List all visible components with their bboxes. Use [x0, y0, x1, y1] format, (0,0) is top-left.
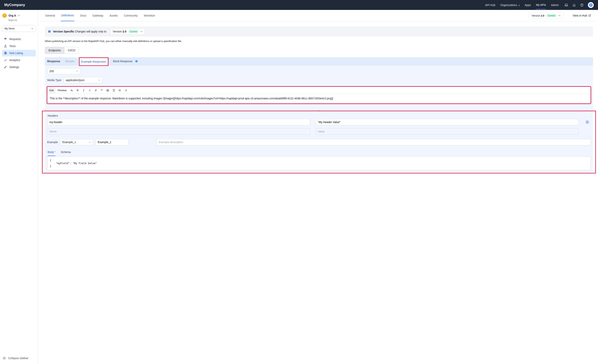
example-select[interactable]: Example_1: [60, 139, 93, 145]
editor-edit-button[interactable]: Edit: [47, 87, 56, 93]
sidebar-label: Tests: [9, 44, 16, 48]
status-code-select[interactable]: 200: [47, 68, 80, 74]
org-icon: ⦀: [2, 13, 7, 18]
body-tabs: Body* Schema: [45, 147, 593, 156]
rtab-response[interactable]: Response: [47, 57, 60, 65]
view-in-hub[interactable]: View in Hub: [573, 14, 591, 17]
chevron-down-icon: [76, 70, 78, 72]
editor-preview-button[interactable]: Preview: [56, 87, 68, 93]
drag-handle[interactable]: ...: [45, 107, 593, 111]
rtab-mock[interactable]: Mock Response: [113, 57, 133, 65]
sidebar-label: Analytics: [9, 58, 20, 62]
nav-organizations[interactable]: Organizations ▾: [500, 3, 520, 7]
header-name-input[interactable]: [47, 119, 310, 125]
collapse-sidebar[interactable]: Collapse sidebar: [2, 355, 36, 361]
link-icon[interactable]: [93, 87, 99, 93]
chevron-down-icon: [98, 79, 100, 81]
version-selector[interactable]: Version 2.0 Current: [529, 12, 563, 19]
bell-icon[interactable]: [572, 3, 576, 7]
sidebar-label: Requests: [9, 38, 21, 41]
tab-docs[interactable]: Docs: [80, 10, 87, 21]
tab-definitions[interactable]: Definitions: [61, 10, 74, 21]
tests-icon: [4, 44, 7, 48]
tab-community[interactable]: Community: [124, 10, 138, 21]
svg-point-14: [119, 90, 119, 90]
help-text: When publishing an API version to the Ra…: [45, 40, 593, 42]
bold-icon[interactable]: [75, 87, 81, 93]
svg-point-15: [119, 91, 119, 91]
text-size-icon[interactable]: [69, 87, 75, 93]
svg-rect-9: [136, 61, 137, 62]
svg-rect-10: [136, 61, 137, 61]
tab-gateway[interactable]: Gateway: [92, 10, 104, 21]
org-selector[interactable]: ⦀ Org A: [2, 13, 36, 18]
example-description-input[interactable]: [157, 139, 591, 145]
sidebar-item-hub-listing[interactable]: Hub Listing: [2, 50, 36, 56]
header-value-placeholder[interactable]: [316, 128, 579, 135]
view-hub-label: View in Hub: [573, 14, 587, 17]
nav-apps[interactable]: Apps: [525, 3, 531, 7]
header-name-placeholder[interactable]: [47, 128, 310, 135]
editor-textarea[interactable]: This is the **description** of the examp…: [47, 94, 590, 103]
brand-logo: MyCompany: [4, 3, 25, 7]
svg-point-2: [5, 39, 6, 40]
info-icon[interactable]: [135, 60, 138, 63]
sidebar-item-analytics[interactable]: Analytics: [2, 57, 36, 63]
media-type-select[interactable]: application/json: [64, 77, 102, 83]
number-list-icon[interactable]: [123, 87, 129, 93]
example-name-input[interactable]: [95, 139, 128, 145]
nav-my-apis[interactable]: My APIs: [536, 3, 546, 9]
chevron-down-icon: ▾: [519, 4, 520, 6]
tab-general[interactable]: General: [45, 10, 55, 21]
store-label: My Store: [4, 27, 15, 30]
example-select-value: Example_1: [62, 141, 76, 144]
subtab-cicd[interactable]: CI/CD: [64, 47, 79, 54]
file-icon[interactable]: [111, 87, 117, 93]
bullet-list-icon[interactable]: [117, 87, 123, 93]
remove-header-icon[interactable]: [586, 120, 589, 124]
header-value-input[interactable]: [316, 119, 579, 125]
tab-assets[interactable]: Assets: [109, 10, 118, 21]
help-icon[interactable]: [580, 3, 584, 7]
body-code-editor[interactable]: { "myField": "My Field Value" }: [47, 156, 591, 170]
org-name: Org A: [8, 14, 16, 17]
notice-title: Version Specific: [53, 30, 74, 33]
sidebar-item-tests[interactable]: Tests: [2, 43, 36, 50]
notice-version-pill[interactable]: Version 2.0 Current: [111, 29, 145, 34]
pencil-icon: [4, 66, 7, 69]
info-icon: [48, 30, 51, 33]
sidebar-item-requests[interactable]: Requests: [2, 36, 36, 42]
nav-admin[interactable]: Admin: [551, 3, 559, 7]
user-avatar[interactable]: R: [588, 2, 594, 8]
top-nav: MyCompany API Hub Organizations ▾ Apps M…: [0, 0, 598, 10]
external-link-icon: [588, 14, 591, 17]
nav-api-hub[interactable]: API Hub: [485, 3, 495, 7]
example-label: Example: [47, 141, 58, 144]
response-panel: Response Results Example Responses Mock …: [45, 57, 593, 173]
requests-icon: [4, 38, 7, 41]
sidebar-label: Hub Listing: [9, 51, 23, 55]
notice-msg: Changes will apply only to: [74, 30, 106, 33]
rtab-example-responses[interactable]: Example Responses: [80, 58, 108, 65]
analytics-icon: [4, 58, 7, 62]
image-icon[interactable]: [105, 87, 111, 93]
strikethrough-icon[interactable]: [87, 87, 93, 93]
nav-organizations-label: Organizations: [500, 3, 517, 7]
sidebar-item-settings[interactable]: Settings: [2, 64, 36, 70]
subtabs: Endpoints CI/CD: [45, 47, 593, 54]
italic-icon[interactable]: [81, 87, 87, 93]
store-selector[interactable]: My Store: [2, 25, 36, 32]
main: General Definitions Docs Gateway Assets …: [38, 10, 598, 364]
quote-icon[interactable]: [99, 87, 105, 93]
headers-label: Headers: [45, 111, 593, 119]
sidebar-label: Settings: [9, 66, 19, 69]
tab-monetize[interactable]: Monetize: [143, 10, 155, 21]
body-tab-body[interactable]: Body*: [48, 149, 55, 156]
body-tab-schema[interactable]: Schema: [61, 149, 71, 156]
inbox-icon[interactable]: [565, 3, 568, 7]
version-notice: Version Specific Changes will apply only…: [45, 26, 593, 37]
media-type-label: Media Type: [47, 79, 61, 82]
subtab-endpoints[interactable]: Endpoints: [45, 47, 64, 54]
collapse-icon: [3, 357, 6, 360]
chevron-down-icon: [558, 15, 560, 17]
